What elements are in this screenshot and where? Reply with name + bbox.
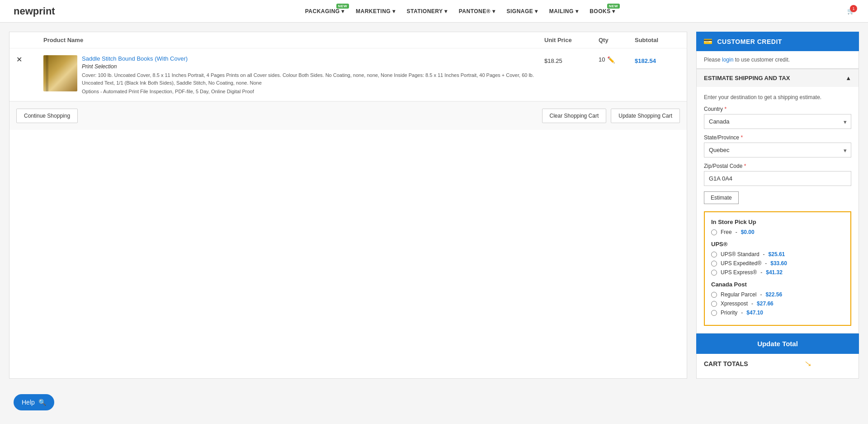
update-total-button[interactable]: Update Total (696, 333, 859, 354)
cart-icon[interactable]: 🛒 1 (847, 8, 854, 14)
ups-standard-price: $25.61 (769, 251, 785, 257)
col-product-name: Product Name (43, 37, 544, 43)
ups-expedited-option: UPS Expedited® - $33.60 (711, 260, 844, 267)
country-select[interactable]: Canada United States (704, 114, 851, 129)
priority-label: Priority (721, 310, 737, 316)
new-badge-books: NEW (607, 4, 620, 9)
nav-signage[interactable]: SIGNAGE ▾ (506, 8, 538, 14)
ups-express-price: $41.32 (766, 269, 783, 276)
regular-parcel-option: Regular Parcel - $22.56 (711, 291, 844, 298)
estimate-body: Enter your destination to get a shipping… (697, 87, 859, 333)
zip-label: Zip/Postal Code * (704, 163, 851, 169)
main-nav: PACKAGING NEW ▾ MARKETING ▾ STATIONERY ▾… (73, 8, 847, 14)
product-info-cell: Saddle Stitch Bound Books (With Cover) P… (43, 55, 544, 94)
in-store-radio[interactable] (711, 229, 717, 235)
in-store-free-label: Free (721, 229, 732, 235)
ups-expedited-radio[interactable] (711, 261, 717, 267)
header-right: 🛒 1 (847, 8, 854, 14)
priority-radio[interactable] (711, 310, 717, 316)
cart-totals-section: CART TOTALS (696, 354, 859, 379)
product-description: Cover: 100 lb. Uncoated Cover, 8.5 x 11 … (82, 71, 544, 86)
priority-price: $47.10 (746, 310, 763, 316)
ups-standard-label: UPS® Standard (721, 251, 760, 257)
col-qty: Qty (599, 37, 635, 43)
logo-text: newprint (14, 5, 55, 17)
state-select[interactable]: Quebec Ontario British Columbia (704, 143, 851, 157)
in-store-category: In Store Pick Up (711, 219, 844, 225)
cart-count: 1 (850, 5, 857, 12)
site-logo[interactable]: newprint (14, 5, 55, 17)
regular-parcel-price: $22.56 (765, 291, 782, 298)
estimate-button[interactable]: Estimate (704, 191, 739, 204)
table-row: ✕ Saddle Stitch Bound Books (With Cover)… (9, 48, 687, 101)
product-details: Saddle Stitch Bound Books (With Cover) P… (82, 55, 544, 94)
nav-marketing[interactable]: MARKETING ▾ (356, 8, 396, 14)
unit-price: $18.25 (544, 55, 599, 64)
product-link[interactable]: Saddle Stitch Bound Books (With Cover) (82, 55, 188, 62)
update-total-wrapper: Update Total → (696, 333, 859, 354)
shipping-options-box: In Store Pick Up Free - $0.00 UPS® UPS® … (704, 211, 851, 326)
right-panel: 💳 CUSTOMER CREDIT Please login to use cu… (696, 32, 859, 379)
in-store-free-option: Free - $0.00 (711, 229, 844, 235)
nav-packaging[interactable]: PACKAGING NEW ▾ (305, 8, 344, 14)
nav-pantone[interactable]: PANTONE® ▾ (459, 8, 495, 14)
col-unit-price: Unit Price (544, 37, 599, 43)
estimate-description: Enter your destination to get a shipping… (704, 94, 851, 100)
table-header: Product Name Unit Price Qty Subtotal (9, 32, 687, 48)
zip-input[interactable] (704, 171, 851, 186)
clear-cart-button[interactable]: Clear Shopping Cart (542, 109, 607, 123)
regular-parcel-label: Regular Parcel (721, 291, 756, 298)
state-label: State/Province * (704, 134, 851, 141)
qty-cell: 10 ✏️ (599, 55, 635, 63)
edit-qty-icon[interactable]: ✏️ (607, 56, 615, 63)
main-layout: Product Name Unit Price Qty Subtotal ✕ S… (0, 23, 868, 388)
nav-books[interactable]: BOOKS NEW ▾ (590, 8, 615, 14)
ups-section: UPS® UPS® Standard - $25.61 UPS Expedite… (711, 241, 844, 276)
remove-item-button[interactable]: ✕ (16, 53, 22, 63)
col-subtotal: Subtotal (635, 37, 680, 43)
customer-credit-title: CUSTOMER CREDIT (717, 38, 782, 45)
site-header: newprint PACKAGING NEW ▾ MARKETING ▾ STA… (0, 0, 868, 23)
login-link[interactable]: login (722, 57, 733, 63)
ups-express-label: UPS Express® (721, 269, 757, 276)
cart-panel: Product Name Unit Price Qty Subtotal ✕ S… (9, 32, 687, 379)
priority-option: Priority - $47.10 (711, 310, 844, 316)
product-options: Options - Automated Print File Inspectio… (82, 89, 544, 94)
xpresspost-price: $27.66 (757, 300, 774, 307)
chevron-up-icon: ▲ (845, 75, 851, 81)
xpresspost-option: Xpresspost - $27.66 (711, 300, 844, 307)
continue-shopping-button[interactable]: Continue Shopping (16, 109, 78, 123)
credit-body-suffix: to use customer credit. (735, 57, 790, 63)
cart-totals-header: CART TOTALS (704, 360, 851, 367)
ups-standard-option: UPS® Standard - $25.61 (711, 251, 844, 257)
canada-post-section: Canada Post Regular Parcel - $22.56 Xpre… (711, 281, 844, 316)
cart-actions: Continue Shopping Clear Shopping Cart Up… (9, 101, 687, 130)
estimate-header[interactable]: ESTIMATE SHIPPING AND TAX ▲ (697, 69, 859, 87)
estimate-section: ESTIMATE SHIPPING AND TAX ▲ Enter your d… (696, 69, 859, 333)
nav-mailing[interactable]: MAILING ▾ (549, 8, 579, 14)
cart-action-buttons-right: Clear Shopping Cart Update Shopping Cart (542, 109, 680, 123)
update-cart-button[interactable]: Update Shopping Cart (611, 109, 680, 123)
product-thumbnail (43, 55, 77, 91)
regular-parcel-radio[interactable] (711, 292, 717, 298)
print-selection-label: Print Selection (82, 63, 544, 70)
xpresspost-radio[interactable] (711, 301, 717, 307)
ups-express-radio[interactable] (711, 270, 717, 276)
ups-expedited-label: UPS Expedited® (721, 260, 761, 267)
ups-expedited-price: $33.60 (770, 260, 787, 267)
ups-standard-radio[interactable] (711, 252, 717, 257)
ups-express-option: UPS Express® - $41.32 (711, 269, 844, 276)
nav-stationery[interactable]: STATIONERY ▾ (406, 8, 447, 14)
col-remove (16, 37, 43, 43)
remove-cell: ✕ (16, 55, 43, 64)
xpresspost-label: Xpresspost (721, 300, 748, 307)
customer-credit-header: 💳 CUSTOMER CREDIT (696, 32, 859, 51)
subtotal-value: $182.54 (635, 55, 680, 64)
credit-body-text: Please (704, 57, 722, 63)
estimate-title: ESTIMATE SHIPPING AND TAX (704, 75, 790, 81)
new-badge: NEW (336, 4, 349, 9)
state-select-wrapper: Quebec Ontario British Columbia (704, 143, 851, 157)
qty-value: 10 (599, 56, 605, 63)
country-label: Country * (704, 106, 851, 112)
customer-credit-body: Please login to use customer credit. (696, 51, 859, 69)
